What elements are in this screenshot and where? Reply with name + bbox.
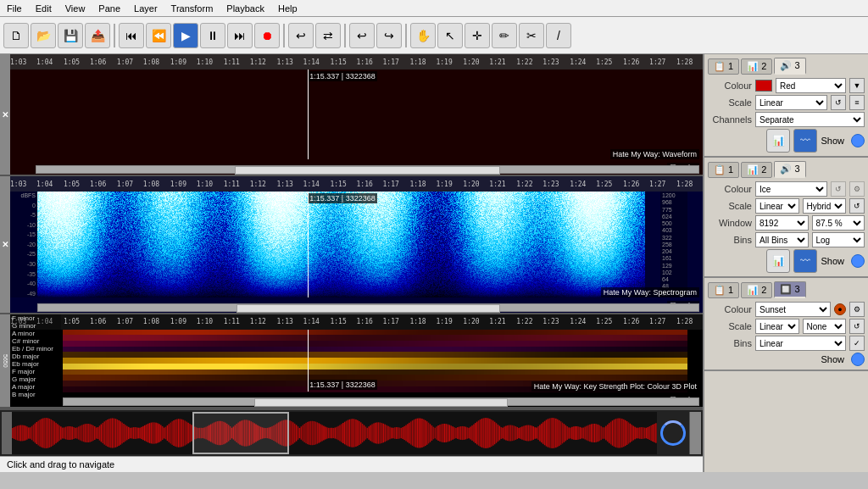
menu-help[interactable]: Help [271,2,304,15]
forward-end-button[interactable]: ⏭ [227,23,253,48]
measure-tool-button[interactable]: / [546,23,571,48]
colour-select-3[interactable]: Sunset Ice Hot [755,302,831,317]
colour-select-2[interactable]: Ice Hot Sunset [755,181,827,197]
save-button[interactable]: 💾 [58,23,83,48]
spectrogram-scroll-thumb[interactable] [236,304,501,313]
scale-settings-1[interactable]: ≡ [849,95,865,110]
eq-icon-btn-2[interactable]: 📊 [766,249,790,273]
scale-select-1[interactable]: Linear dBV dBFS [755,95,827,110]
show-row-2: 📊 〰 Show [708,249,865,273]
erase-tool-button[interactable]: ✂ [519,23,544,48]
show-toggle-3[interactable] [851,353,865,366]
scale-row-3: Scale Linear Log None Hybrid ↺ [708,319,865,334]
menu-edit[interactable]: Edit [29,2,58,15]
menu-layer[interactable]: Layer [127,2,164,15]
panel-tab-1-3[interactable]: 🔊 3 [774,58,805,75]
panel-tab-1-2[interactable]: 📊 2 [741,58,772,75]
undo-button[interactable]: ↩ [349,23,375,48]
bins-row-2: Bins All Bins Half Bins Log Linear [708,232,865,247]
scale-refresh-1[interactable]: ↺ [831,95,846,110]
colour-dot-3[interactable]: ● [834,303,846,315]
bins-select-2b[interactable]: Log Linear [812,232,865,247]
panel-section-spectrogram: 📋 1 📊 2 🔊 3 Colour Ice Hot Sunset ↺ ⚙ Sc… [704,158,868,278]
colour-select-1[interactable]: Red Blue Green [776,78,846,93]
wave-icon-btn-2[interactable]: 〰 [793,249,817,273]
keystrength-pane-header[interactable]: 5650 [0,314,10,408]
play-button[interactable]: ▶ [173,23,198,48]
select-tool-button[interactable]: ↖ [437,23,463,48]
colour-settings-3[interactable]: ⚙ [849,302,865,317]
panel-tab-2-1[interactable]: 📋 1 [708,162,739,178]
panel-tab-1-1[interactable]: 📋 1 [708,58,739,75]
scale-refresh-2[interactable]: ↺ [849,198,865,214]
keystrength-ruler: 1:031:041:051:061:071:081:091:101:111:12… [10,314,703,330]
new-button[interactable]: 🗋 [3,23,29,48]
spectrogram-display[interactable]: 1:031:041:051:061:071:081:091:101:111:12… [10,176,703,313]
scale-refresh-3[interactable]: ↺ [849,319,865,334]
eq-icon-btn-1[interactable]: 📊 [766,129,790,153]
menu-playback[interactable]: Playback [220,2,271,15]
spectrogram-pane-header[interactable]: ✕ [0,176,10,313]
menu-view[interactable]: View [58,2,92,15]
panel-tab-2-2[interactable]: 📊 2 [741,162,772,178]
panes-area: ✕ 1:031:041:051:061:071:081:091:101:111:… [0,54,703,472]
window-select-2b[interactable]: 87.5 % 75 % 50 % [812,215,865,231]
bins-select-2a[interactable]: All Bins Half Bins [755,232,809,247]
waveform-scrollbar[interactable] [36,165,699,174]
draw-tool-button[interactable]: ✏ [492,23,517,48]
colour-settings-2[interactable]: ⚙ [849,181,865,197]
show-label-2: Show [821,256,844,266]
channels-select-1[interactable]: Separate Mixed [755,112,865,127]
navigator-waveform[interactable] [12,412,657,454]
navigator-viewport[interactable] [192,412,289,454]
panel-tab-2-3[interactable]: 🔊 3 [774,161,805,178]
spectrogram-freq-axis: 1200 968 775 624 500 403 322 258 204 161… [660,192,687,297]
wave-icon-btn-1[interactable]: 〰 [793,129,817,153]
show-toggle-1[interactable] [851,134,865,147]
open-button[interactable]: 📂 [31,23,56,48]
rewind-button[interactable]: ⏪ [146,23,171,48]
panel-tab-3-3[interactable]: 🔲 3 [774,281,805,298]
waveform-display[interactable]: 1:031:041:051:061:071:081:091:101:111:12… [10,54,703,175]
show-toggle-2[interactable] [851,254,865,268]
waveform-close-icon[interactable]: ✕ [2,110,8,119]
bins-select-3[interactable]: Linear Log [755,336,846,351]
channels-row-1: Channels Separate Mixed [708,112,865,127]
spectrogram-label: Hate My Way: Spectrogram [601,287,699,297]
panel-tab-3-2[interactable]: 📊 2 [741,282,772,298]
waveform-pane-header[interactable]: ✕ [0,54,10,175]
export-button[interactable]: 📤 [85,23,110,48]
scale-select-3b[interactable]: None Hybrid [803,319,847,334]
bins-tick-3[interactable]: ✓ [849,336,865,351]
colour-btn-1[interactable]: ▼ [849,78,865,93]
panel-section-keystrength: 📋 1 📊 2 🔲 3 Colour Sunset Ice Hot ● ⚙ Sc… [704,278,868,371]
waveform-label: Hate My Way: Waveform [610,149,699,159]
record-button[interactable]: ⏺ [254,23,280,48]
waveform-scroll-thumb[interactable] [235,166,499,175]
keystrength-display[interactable]: 1:031:041:051:061:071:081:091:101:111:12… [10,314,703,408]
menu-file[interactable]: File [0,2,29,15]
colour-refresh-2[interactable]: ↺ [831,181,846,197]
panel-tab-3-1[interactable]: 📋 1 [708,282,739,298]
waveform-cursor [308,69,309,159]
waveform-content: 1:031:041:051:061:071:081:091:101:111:12… [10,54,703,175]
window-select-2a[interactable]: 8192 4096 2048 [755,215,809,231]
panel-tabs-2: 📋 1 📊 2 🔊 3 [708,161,865,178]
menu-transform[interactable]: Transform [164,2,220,15]
scale-select-2a[interactable]: Linear Log [755,198,799,214]
spectrogram-scrollbar[interactable] [37,303,699,312]
menu-pane[interactable]: Pane [92,2,127,15]
hand-tool-button[interactable]: ✋ [410,23,436,48]
pause-button[interactable]: ⏸ [200,23,225,48]
rewind-start-button[interactable]: ⏮ [119,23,144,48]
spectrogram-close-icon[interactable]: ✕ [2,240,8,249]
keystrength-scrollbar[interactable] [63,397,699,406]
scale-select-2b[interactable]: Hybrid Linear [803,198,847,214]
shuffle-button[interactable]: ⇄ [315,23,341,48]
scale-select-3a[interactable]: Linear Log [755,319,799,334]
move-tool-button[interactable]: ✛ [465,23,490,48]
redo-button[interactable]: ↪ [376,23,402,48]
loop-button[interactable]: ↩ [288,23,314,48]
navigator-right-scroll[interactable] [689,412,701,454]
keystrength-scroll-thumb[interactable] [254,398,509,407]
